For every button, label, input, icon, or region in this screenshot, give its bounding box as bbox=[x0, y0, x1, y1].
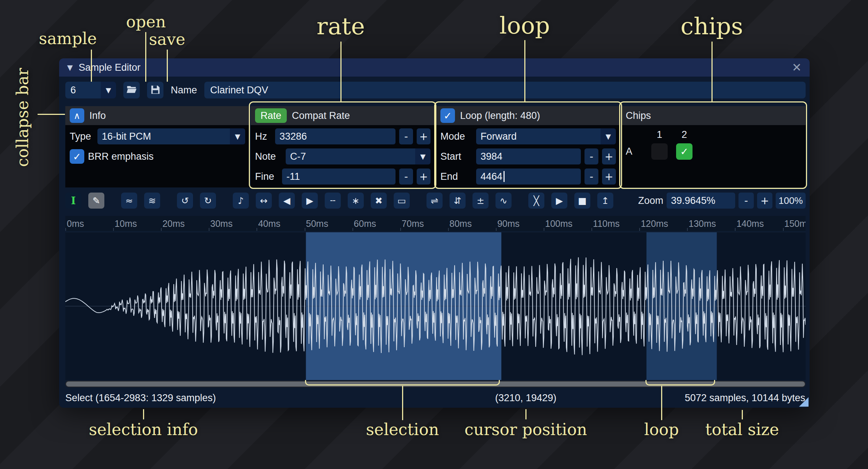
annotation-line-cursor-position bbox=[525, 409, 526, 419]
timeline-label: 100ms bbox=[545, 218, 572, 229]
loop-start-input[interactable]: 3984 bbox=[476, 148, 581, 164]
chip-1-checkbox[interactable] bbox=[651, 143, 668, 160]
loop-end-plus-button[interactable]: + bbox=[602, 168, 616, 185]
collapse-info-button[interactable]: ∧ bbox=[70, 108, 84, 123]
waveform-scrollbar[interactable] bbox=[65, 381, 806, 387]
fade-in-button[interactable]: ▶ bbox=[302, 193, 318, 209]
panels-row: ∧ Info Type 16-bit PCM ▼ ✓ bbox=[65, 106, 806, 187]
timeline-tick bbox=[687, 228, 688, 231]
hz-plus-button[interactable]: + bbox=[417, 128, 431, 144]
timeline-label: 0ms bbox=[67, 218, 84, 229]
rate-panel-body: Hz 33286 - + Note C-7 ▼ Fine - bbox=[251, 125, 435, 187]
window-resize-grip[interactable] bbox=[799, 397, 809, 407]
open-button[interactable] bbox=[123, 82, 140, 98]
expand-arrows-icon: ↔ bbox=[260, 195, 268, 206]
preview-button[interactable]: ▶ bbox=[551, 193, 567, 209]
chip-column-1: 1 bbox=[651, 129, 668, 140]
upload-button[interactable]: ↥ bbox=[597, 193, 613, 209]
insert-silence-button[interactable]: ╌ bbox=[325, 193, 341, 209]
fine-label: Fine bbox=[255, 171, 278, 182]
annotation-loop-bottom: loop bbox=[644, 422, 679, 438]
sample-number-select[interactable]: 6 ▼ bbox=[65, 82, 116, 98]
swap-arrows-icon: ⇌ bbox=[431, 195, 439, 206]
timeline-tick bbox=[161, 228, 162, 231]
rate-panel: Rate Compat Rate Hz 33286 - + Note C-7 bbox=[251, 106, 435, 187]
resample-button[interactable]: ≋ bbox=[144, 193, 160, 209]
invert-button[interactable]: ⇵ bbox=[450, 193, 466, 209]
dropdown-arrow-icon[interactable]: ▼ bbox=[101, 82, 116, 98]
timeline-label: 10ms bbox=[115, 218, 137, 229]
fine-input[interactable]: -11 bbox=[282, 168, 396, 185]
timeline-ruler[interactable]: 0ms10ms20ms30ms40ms50ms60ms70ms80ms90ms1… bbox=[65, 216, 806, 231]
info-panel-title: Info bbox=[89, 110, 106, 121]
fine-plus-button[interactable]: + bbox=[417, 168, 431, 185]
amplify-button[interactable]: ♪ bbox=[233, 193, 249, 209]
timeline-tick bbox=[256, 228, 257, 231]
wave-resize-icon: ≈ bbox=[126, 195, 133, 206]
rate-mode-button[interactable]: Rate bbox=[255, 108, 287, 123]
chip-2-checkbox[interactable]: ✓ bbox=[676, 143, 693, 160]
fade-out-button[interactable]: ◀ bbox=[279, 193, 295, 209]
loop-mode-dropdown[interactable]: Forward ▼ bbox=[476, 128, 616, 144]
window-titlebar[interactable]: ▼ Sample Editor ✕ bbox=[59, 58, 810, 77]
loop-enable-checkbox[interactable]: ✓ bbox=[440, 108, 455, 123]
reverse-button[interactable]: ⇌ bbox=[427, 193, 443, 209]
cross-icon: ╳ bbox=[533, 195, 539, 206]
note-dropdown[interactable]: C-7 ▼ bbox=[286, 148, 431, 164]
timeline-label: 60ms bbox=[354, 218, 376, 229]
timeline-tick bbox=[735, 228, 736, 231]
apply-silence-button[interactable]: ∗ bbox=[348, 193, 364, 209]
info-panel-body: Type 16-bit PCM ▼ ✓ BRR emphasis bbox=[65, 125, 250, 187]
dropdown-arrow-icon[interactable]: ▼ bbox=[601, 128, 616, 144]
up-down-arrows-icon: ⇵ bbox=[454, 195, 462, 206]
draw-tool-button[interactable]: ✎ bbox=[88, 193, 104, 209]
name-input[interactable]: Clarinet DQV bbox=[204, 82, 806, 98]
loop-end-minus-button[interactable]: - bbox=[585, 168, 598, 185]
waveform-svg bbox=[65, 232, 806, 380]
delete-button[interactable]: ✖ bbox=[371, 193, 387, 209]
brr-emphasis-checkbox[interactable]: ✓ bbox=[70, 149, 84, 164]
normalize-button[interactable]: ↔ bbox=[256, 193, 272, 209]
dash-dot-icon: ╌ bbox=[330, 195, 335, 206]
resize-button[interactable]: ≈ bbox=[121, 193, 137, 209]
close-button[interactable]: ✕ bbox=[792, 61, 802, 74]
dropdown-arrow-icon[interactable]: ▼ bbox=[415, 148, 431, 164]
sign-button[interactable]: ± bbox=[472, 193, 489, 209]
zoom-input[interactable]: 39.9645% bbox=[667, 193, 735, 209]
dash-star-icon: ∗ bbox=[352, 195, 360, 206]
note-label: Note bbox=[255, 151, 282, 162]
scrollbar-handle[interactable] bbox=[66, 381, 805, 387]
select-tool-button[interactable]: I bbox=[65, 193, 81, 209]
annotation-cursor-position: cursor position bbox=[464, 422, 587, 438]
trim-button[interactable]: ▭ bbox=[394, 193, 410, 209]
sample-header-row: 6 ▼ Name Clarinet DQV bbox=[65, 82, 806, 98]
zoom-out-button[interactable]: - bbox=[738, 193, 754, 209]
loop-start-minus-button[interactable]: - bbox=[585, 148, 598, 164]
save-button[interactable] bbox=[147, 82, 163, 98]
chip-row-label: A bbox=[626, 146, 643, 157]
hz-input[interactable]: 33286 bbox=[275, 128, 396, 144]
crossfade-button[interactable]: ╳ bbox=[528, 193, 544, 209]
ibeam-cursor-icon: I bbox=[71, 195, 76, 207]
sample-number-value[interactable]: 6 bbox=[65, 82, 101, 98]
loop-start-plus-button[interactable]: + bbox=[602, 148, 616, 164]
zoom-in-button[interactable]: + bbox=[757, 193, 772, 209]
loop-end-input[interactable]: 4464 bbox=[476, 168, 581, 185]
dropdown-arrow-icon[interactable]: ▼ bbox=[230, 128, 245, 144]
redo-button[interactable]: ↻ bbox=[200, 193, 216, 209]
undo-button[interactable]: ↺ bbox=[177, 193, 193, 209]
waveform-display[interactable] bbox=[65, 232, 806, 380]
stop-button[interactable]: ■ bbox=[574, 193, 590, 209]
timeline-label: 80ms bbox=[450, 218, 472, 229]
check-icon: ✓ bbox=[73, 151, 81, 162]
collapse-triangle-icon[interactable]: ▼ bbox=[67, 63, 73, 72]
timeline-tick bbox=[496, 228, 497, 231]
zoom-reset-button[interactable]: 100% bbox=[776, 193, 806, 209]
mode-label: Mode bbox=[440, 131, 472, 142]
type-dropdown[interactable]: 16-bit PCM ▼ bbox=[97, 128, 245, 144]
loop-end-label: End bbox=[440, 171, 472, 182]
pencil-icon: ✎ bbox=[93, 195, 100, 206]
fine-minus-button[interactable]: - bbox=[399, 168, 413, 185]
hz-minus-button[interactable]: - bbox=[399, 128, 413, 144]
filter-button[interactable]: ∿ bbox=[495, 193, 512, 209]
